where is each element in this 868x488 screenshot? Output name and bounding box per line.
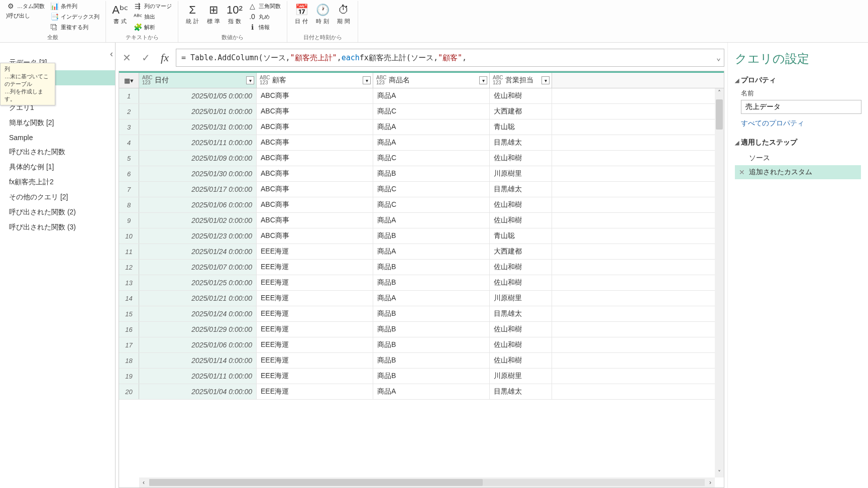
cell-date[interactable]: 2025/01/06 0:00:00 bbox=[139, 337, 257, 352]
cell-product[interactable]: 商品B bbox=[373, 369, 490, 384]
type-icon[interactable]: ABC123 bbox=[376, 75, 387, 85]
row-number[interactable]: 17 bbox=[119, 337, 139, 352]
cell-product[interactable]: 商品A bbox=[373, 135, 490, 150]
table-row[interactable]: 22025/01/01 0:00:00ABC商事商品C大西建都 bbox=[119, 104, 724, 119]
cell-customer[interactable]: ABC商事 bbox=[257, 197, 373, 212]
cell-date[interactable]: 2025/01/23 0:00:00 bbox=[139, 228, 257, 243]
merge-col-button[interactable]: ⇶列のマージ bbox=[131, 1, 174, 11]
row-number[interactable]: 1 bbox=[119, 88, 139, 103]
cell-customer[interactable]: ABC商事 bbox=[257, 228, 373, 243]
cell-customer[interactable]: EEE海運 bbox=[257, 275, 373, 290]
table-row[interactable]: 192025/01/11 0:00:00EEE海運商品B川原樹里 bbox=[119, 369, 724, 384]
cell-rep[interactable]: 青山聡 bbox=[490, 119, 552, 135]
delete-step-icon[interactable]: ✕ bbox=[739, 168, 745, 176]
cell-customer[interactable]: EEE海運 bbox=[257, 306, 373, 321]
cell-customer[interactable]: EEE海運 bbox=[257, 260, 373, 275]
cell-product[interactable]: 商品C bbox=[373, 151, 490, 166]
table-row[interactable]: 122025/01/07 0:00:00EEE海運商品B佐山和樹 bbox=[119, 260, 724, 275]
step-item[interactable]: ✕追加されたカスタム bbox=[735, 165, 861, 179]
cell-date[interactable]: 2025/01/11 0:00:00 bbox=[139, 135, 257, 150]
table-row[interactable]: 52025/01/09 0:00:00ABC商事商品C佐山和樹 bbox=[119, 151, 724, 166]
query-item[interactable]: fx顧客売上計2 bbox=[0, 175, 115, 190]
column-header[interactable]: ABC123商品名▾ bbox=[373, 73, 490, 88]
cell-date[interactable]: 2025/01/11 0:00:00 bbox=[139, 369, 257, 384]
cell-customer[interactable]: ABC商事 bbox=[257, 104, 373, 119]
cell-product[interactable]: 商品B bbox=[373, 260, 490, 275]
exponent-button[interactable]: 10²指 数 bbox=[225, 1, 245, 26]
table-row[interactable]: 42025/01/11 0:00:00ABC商事商品A目黒雄太 bbox=[119, 135, 724, 151]
cell-rep[interactable]: 目黒雄太 bbox=[490, 182, 552, 197]
table-row[interactable]: 102025/01/23 0:00:00ABC商事商品B青山聡 bbox=[119, 228, 724, 244]
cell-rep[interactable]: 佐山和樹 bbox=[490, 322, 552, 337]
row-number[interactable]: 19 bbox=[119, 369, 139, 384]
cell-date[interactable]: 2025/01/05 0:00:00 bbox=[139, 88, 257, 103]
cell-product[interactable]: 商品A bbox=[373, 384, 490, 399]
filter-dropdown-icon[interactable]: ▾ bbox=[479, 76, 487, 84]
cell-rep[interactable]: 川原樹里 bbox=[490, 166, 552, 181]
cell-rep[interactable]: 佐山和樹 bbox=[490, 151, 552, 166]
cell-product[interactable]: 商品B bbox=[373, 322, 490, 337]
query-item[interactable]: Sample bbox=[0, 131, 115, 145]
cell-customer[interactable]: EEE海運 bbox=[257, 369, 373, 384]
cell-date[interactable]: 2025/01/17 0:00:00 bbox=[139, 182, 257, 197]
cell-product[interactable]: 商品C bbox=[373, 197, 490, 212]
time-button[interactable]: 🕐時 刻 bbox=[312, 1, 333, 26]
scroll-down-icon[interactable]: ˅ bbox=[715, 468, 724, 477]
cell-rep[interactable]: 佐山和樹 bbox=[490, 275, 552, 290]
row-number[interactable]: 20 bbox=[119, 384, 139, 399]
row-number[interactable]: 9 bbox=[119, 213, 139, 228]
cell-date[interactable]: 2025/01/02 0:00:00 bbox=[139, 213, 257, 228]
row-number[interactable]: 16 bbox=[119, 322, 139, 337]
cell-date[interactable]: 2025/01/01 0:00:00 bbox=[139, 104, 257, 119]
duration-button[interactable]: ⏱期 間 bbox=[334, 1, 354, 26]
table-row[interactable]: 72025/01/17 0:00:00ABC商事商品C目黒雄太 bbox=[119, 182, 724, 197]
scroll-thumb[interactable] bbox=[716, 99, 723, 130]
cell-date[interactable]: 2025/01/24 0:00:00 bbox=[139, 244, 257, 259]
cell-product[interactable]: 商品B bbox=[373, 228, 490, 243]
column-header[interactable]: ABC123営業担当▾ bbox=[490, 73, 552, 88]
cell-rep[interactable]: 川原樹里 bbox=[490, 369, 552, 384]
cell-customer[interactable]: ABC商事 bbox=[257, 151, 373, 166]
cell-product[interactable]: 商品B bbox=[373, 353, 490, 368]
query-item[interactable]: 簡単な関数 [2] bbox=[0, 115, 115, 131]
cell-date[interactable]: 2025/01/06 0:00:00 bbox=[139, 197, 257, 212]
table-row[interactable]: 162025/01/29 0:00:00EEE海運商品B佐山和樹 bbox=[119, 322, 724, 337]
query-item[interactable]: 呼び出された関数 (3) bbox=[0, 220, 115, 235]
scroll-left-icon[interactable]: ‹ bbox=[139, 478, 148, 487]
cell-rep[interactable]: 佐山和樹 bbox=[490, 197, 552, 212]
cell-customer[interactable]: EEE海運 bbox=[257, 291, 373, 306]
cell-date[interactable]: 2025/01/21 0:00:00 bbox=[139, 291, 257, 306]
table-row[interactable]: 12025/01/05 0:00:00ABC商事商品A佐山和樹 bbox=[119, 88, 724, 104]
cell-product[interactable]: 商品B bbox=[373, 337, 490, 352]
cell-customer[interactable]: EEE海運 bbox=[257, 322, 373, 337]
index-col-button[interactable]: 📑インデックス列 bbox=[48, 12, 101, 22]
cell-product[interactable]: 商品B bbox=[373, 166, 490, 181]
cell-date[interactable]: 2025/01/24 0:00:00 bbox=[139, 306, 257, 321]
table-row[interactable]: 82025/01/06 0:00:00ABC商事商品C佐山和樹 bbox=[119, 197, 724, 213]
cell-date[interactable]: 2025/01/07 0:00:00 bbox=[139, 260, 257, 275]
vertical-scrollbar[interactable]: ˄ ˅ bbox=[715, 88, 724, 477]
cell-rep[interactable]: 佐山和樹 bbox=[490, 88, 552, 103]
filter-dropdown-icon[interactable]: ▾ bbox=[541, 76, 550, 84]
cell-product[interactable]: 商品C bbox=[373, 182, 490, 197]
cell-date[interactable]: 2025/01/31 0:00:00 bbox=[139, 119, 257, 135]
horizontal-scrollbar[interactable]: ‹ › bbox=[139, 477, 715, 487]
date-button[interactable]: 📅日 付 bbox=[291, 1, 311, 26]
table-row[interactable]: 152025/01/24 0:00:00EEE海運商品B目黒雄太 bbox=[119, 306, 724, 322]
parse-button[interactable]: 🧩解析 bbox=[131, 22, 174, 32]
cell-rep[interactable]: 目黒雄太 bbox=[490, 306, 552, 321]
table-row[interactable]: 132025/01/25 0:00:00EEE海運商品B佐山和樹 bbox=[119, 275, 724, 291]
table-selector-icon[interactable]: ▦▾ bbox=[119, 73, 139, 88]
row-number[interactable]: 18 bbox=[119, 353, 139, 368]
cell-rep[interactable]: 川原樹里 bbox=[490, 291, 552, 306]
row-number[interactable]: 6 bbox=[119, 166, 139, 181]
query-item[interactable]: 呼び出された関数 (2) bbox=[0, 205, 115, 220]
type-icon[interactable]: ABC123 bbox=[260, 75, 270, 85]
table-row[interactable]: 172025/01/06 0:00:00EEE海運商品B佐山和樹 bbox=[119, 337, 724, 353]
cell-customer[interactable]: EEE海運 bbox=[257, 244, 373, 259]
column-header[interactable]: ABC123顧客▾ bbox=[257, 73, 373, 88]
row-number[interactable]: 10 bbox=[119, 228, 139, 243]
cell-date[interactable]: 2025/01/30 0:00:00 bbox=[139, 166, 257, 181]
cell-customer[interactable]: ABC商事 bbox=[257, 135, 373, 150]
cancel-formula-icon[interactable]: ✕ bbox=[119, 50, 135, 66]
